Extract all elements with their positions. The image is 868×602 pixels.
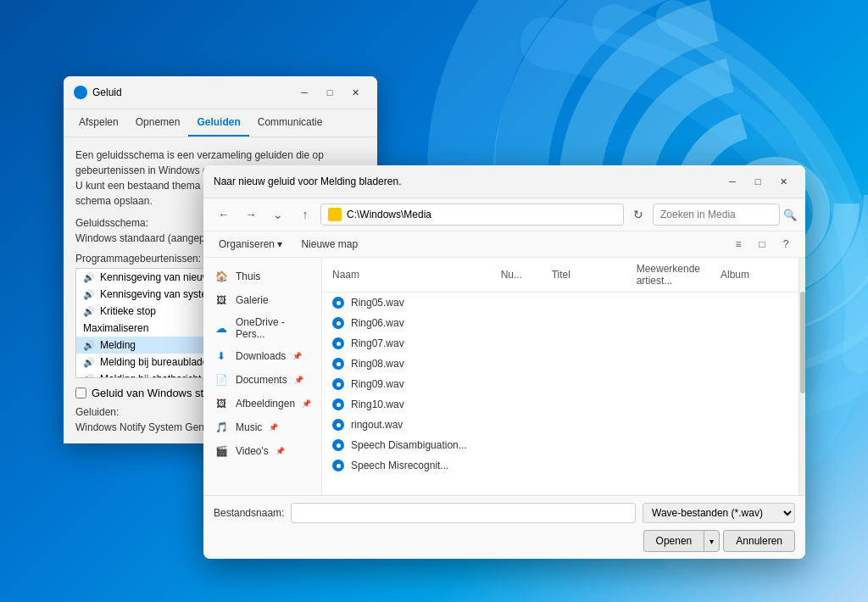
folder-icon <box>328 208 342 221</box>
sound-dialog-titlebar: Geluid ─ □ ✕ <box>64 76 377 109</box>
refresh-button[interactable]: ↻ <box>627 203 649 226</box>
file-name: Speech Misrecognit... <box>351 460 788 471</box>
file-row[interactable]: Ring05.wav <box>322 293 798 313</box>
sidebar-label-galerie: Galerie <box>236 294 269 306</box>
minimize-button[interactable]: ─ <box>292 83 316 102</box>
file-close-button[interactable]: ✕ <box>771 172 795 191</box>
sidebar-label-videos: Video's <box>236 445 269 457</box>
details-view-button[interactable]: □ <box>751 235 773 254</box>
onedrive-icon: ☁ <box>214 321 229 336</box>
filename-row: Bestandsnaam: Wave-bestanden (*.wav)Alle… <box>214 503 795 523</box>
wav-file-icon <box>332 297 344 309</box>
filetype-select[interactable]: Wave-bestanden (*.wav)Alle bestanden (*.… <box>643 503 795 523</box>
sidebar-label-thuis: Thuis <box>236 270 260 282</box>
back-button[interactable]: ← <box>212 203 236 226</box>
file-row[interactable]: ringout.wav <box>322 415 798 435</box>
sidebar-item-documents[interactable]: 📄 Documents 📌 <box>203 368 321 392</box>
dropdown-button[interactable]: ⌄ <box>266 203 290 226</box>
file-row[interactable]: Ring06.wav <box>322 313 798 333</box>
col-header-artist[interactable]: Meewerkende artiest... <box>637 263 721 287</box>
wav-file-icon <box>332 419 344 431</box>
tab-communicatie[interactable]: Communicatie <box>249 109 331 137</box>
col-header-num[interactable]: Nu... <box>501 269 552 281</box>
pin-icon: 📌 <box>269 423 278 432</box>
cancel-button[interactable]: Annuleren <box>723 530 795 552</box>
organize-button[interactable]: Organiseren ▾ <box>212 236 289 253</box>
sound-icon: 🔊 <box>83 289 95 300</box>
wav-file-icon <box>332 439 344 451</box>
file-row[interactable]: Speech Misrecognit... <box>322 455 798 476</box>
sound-dialog-title: Geluid <box>92 86 292 98</box>
sound-dialog-controls: ─ □ ✕ <box>292 83 367 102</box>
sidebar-label-afbeeldingen: Afbeeldingen <box>236 398 295 410</box>
file-row[interactable]: Ring10.wav <box>322 394 798 415</box>
sidebar-label-downloads: Downloads <box>236 350 286 362</box>
address-bar[interactable]: C:\Windows\Media <box>320 203 624 226</box>
file-list[interactable]: Naam Nu... Titel Meewerkende artiest... … <box>322 258 798 495</box>
pin-icon: 📌 <box>294 376 303 384</box>
file-name: Ring09.wav <box>351 378 788 390</box>
sound-icon: 🔊 <box>83 272 95 283</box>
filename-input[interactable] <box>291 503 636 523</box>
help-button[interactable]: ? <box>775 235 797 254</box>
scrollbar-track[interactable] <box>798 258 805 495</box>
forward-button[interactable]: → <box>239 203 263 226</box>
tab-opnemen[interactable]: Opnemen <box>127 109 189 137</box>
tab-afspelen[interactable]: Afspelen <box>70 109 127 137</box>
file-name: Speech Disambiguation... <box>351 439 788 451</box>
tab-geluiden[interactable]: Geluiden <box>188 109 248 137</box>
sidebar-item-music[interactable]: 🎵 Music 📌 <box>203 415 321 439</box>
windows-sound-checkbox[interactable] <box>75 387 86 399</box>
open-button[interactable]: Openen <box>643 530 704 552</box>
action-toolbar: Organiseren ▾ Nieuwe map ≡ □ ? <box>203 231 805 258</box>
file-maximize-button[interactable]: □ <box>746 172 770 191</box>
open-dropdown-arrow[interactable]: ▾ <box>704 530 720 552</box>
dialog-tabs: Afspelen Opnemen Geluiden Communicatie <box>64 109 377 137</box>
new-folder-button[interactable]: Nieuwe map <box>294 236 364 253</box>
sidebar-item-thuis[interactable]: 🏠 Thuis <box>203 265 321 288</box>
file-minimize-button[interactable]: ─ <box>721 172 744 191</box>
file-row[interactable]: Ring08.wav <box>322 354 798 374</box>
file-name: ringout.wav <box>351 419 788 431</box>
search-icon: 🔍 <box>783 209 797 221</box>
pin-icon: 📌 <box>275 447 285 455</box>
file-name: Ring08.wav <box>351 358 788 370</box>
file-name: Ring05.wav <box>351 297 788 309</box>
file-dialog-titlebar: Naar nieuw geluid voor Melding bladeren.… <box>203 165 805 198</box>
scrollbar-thumb[interactable] <box>800 292 805 393</box>
sound-icon: 🔊 <box>83 357 95 368</box>
sidebar-label-onedrive: OneDrive - Pers... <box>236 316 311 340</box>
sound-icon: 🔊 <box>83 340 95 351</box>
wav-file-icon <box>332 460 344 471</box>
sidebar-item-videos[interactable]: 🎬 Video's 📌 <box>203 439 321 463</box>
wav-file-icon <box>332 399 344 410</box>
close-button[interactable]: ✕ <box>343 83 367 102</box>
sidebar-label-music: Music <box>236 421 262 433</box>
filename-label: Bestandsnaam: <box>214 507 284 519</box>
sidebar-item-downloads[interactable]: ⬇ Downloads 📌 <box>203 344 321 368</box>
file-sidebar: 🏠 Thuis 🖼 Galerie ☁ OneDrive - Pers... ⬇… <box>203 258 322 495</box>
file-row[interactable]: Ring07.wav <box>322 333 798 354</box>
wav-file-icon <box>332 337 344 349</box>
col-header-name[interactable]: Naam <box>332 269 501 281</box>
up-button[interactable]: ↑ <box>293 203 317 226</box>
search-input[interactable] <box>653 203 780 226</box>
file-row[interactable]: Speech Disambiguation... <box>322 435 798 455</box>
sound-dialog-icon <box>74 86 87 99</box>
sidebar-item-afbeeldingen[interactable]: 🖼 Afbeeldingen 📌 <box>203 392 321 415</box>
file-dialog-footer: Bestandsnaam: Wave-bestanden (*.wav)Alle… <box>203 495 805 559</box>
file-dialog-controls: ─ □ ✕ <box>721 172 795 191</box>
file-row[interactable]: Ring09.wav <box>322 374 798 394</box>
dialog-action-buttons: Openen ▾ Annuleren <box>214 530 795 552</box>
downloads-icon: ⬇ <box>214 348 229 364</box>
sidebar-item-galerie[interactable]: 🖼 Galerie <box>203 288 321 312</box>
list-view-button[interactable]: ≡ <box>727 235 749 254</box>
col-header-album[interactable]: Album <box>721 269 788 281</box>
file-content: 🏠 Thuis 🖼 Galerie ☁ OneDrive - Pers... ⬇… <box>203 258 805 495</box>
file-dialog-title: Naar nieuw geluid voor Melding bladeren. <box>214 176 721 187</box>
videos-icon: 🎬 <box>214 443 229 459</box>
col-header-title[interactable]: Titel <box>552 269 637 281</box>
maximize-button[interactable]: □ <box>318 83 342 102</box>
sidebar-item-onedrive[interactable]: ☁ OneDrive - Pers... <box>203 312 321 344</box>
wav-file-icon <box>332 317 344 329</box>
